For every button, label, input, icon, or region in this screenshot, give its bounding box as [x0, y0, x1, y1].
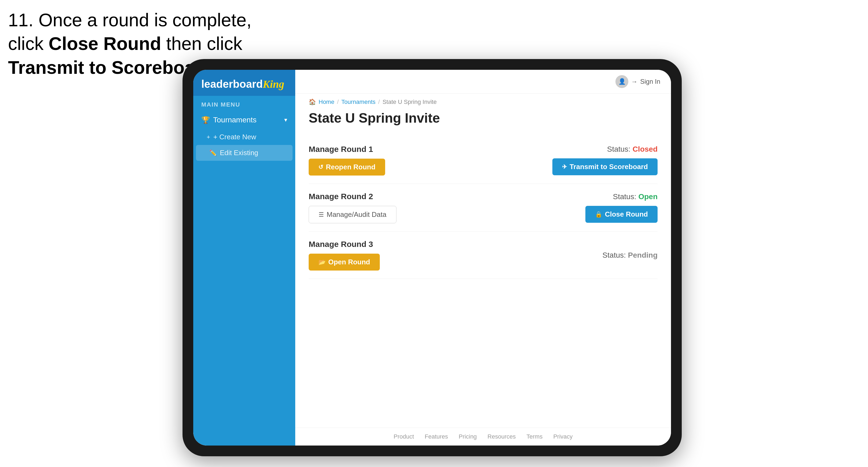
round-2-left: Manage Round 2 ☰ Manage/Audit Data [309, 192, 396, 223]
breadcrumb-sep2: / [378, 98, 380, 105]
round-2-status: Status: Open [613, 192, 658, 201]
footer: Product Features Pricing Resources Terms… [295, 428, 671, 445]
round-3-title: Manage Round 3 [309, 240, 380, 249]
audit-icon: ☰ [318, 211, 324, 218]
sign-in-label: → [631, 78, 638, 85]
footer-pricing[interactable]: Pricing [459, 433, 477, 440]
round-1-status-value: Closed [632, 145, 658, 153]
round-1-left: Manage Round 1 ↺ Reopen Round [309, 145, 385, 176]
transmit-icon: ✈ [562, 163, 567, 170]
transmit-label: Transmit to Scoreboard [569, 163, 648, 171]
trophy-icon: 🏆 [201, 116, 210, 124]
reopen-round-button[interactable]: ↺ Reopen Round [309, 159, 385, 176]
manage-audit-data-button[interactable]: ☰ Manage/Audit Data [309, 206, 396, 223]
open-round-button[interactable]: 📂 Open Round [309, 254, 380, 271]
sidebar-item-create-new[interactable]: + + Create New [193, 129, 295, 145]
logo-king: King [263, 78, 284, 90]
instruction-bold1: Close Round [49, 33, 161, 54]
sidebar-edit-label: Edit Existing [220, 149, 258, 157]
footer-terms[interactable]: Terms [527, 433, 543, 440]
instruction-line1: 11. Once a round is complete, [8, 10, 251, 30]
sidebar: leaderboardKing MAIN MENU 🏆 Tournaments … [193, 70, 295, 445]
round-3-right: Status: Pending [602, 251, 658, 259]
breadcrumb-tournaments[interactable]: Tournaments [341, 98, 375, 105]
breadcrumb-current: State U Spring Invite [382, 98, 437, 105]
edit-icon: ✏️ [209, 150, 217, 156]
round-2-status-value: Open [638, 192, 658, 201]
sidebar-item-tournaments[interactable]: 🏆 Tournaments ▾ [193, 111, 295, 129]
round-2-title: Manage Round 2 [309, 192, 396, 201]
footer-features[interactable]: Features [425, 433, 448, 440]
lock-icon: 🔒 [595, 211, 602, 218]
round-1-right: Status: Closed ✈ Transmit to Scoreboard [552, 145, 658, 175]
page-title: State U Spring Invite [295, 107, 671, 131]
top-bar: 👤 → Sign In [295, 70, 671, 94]
close-round-label: Close Round [605, 210, 648, 218]
reopen-icon: ↺ [318, 164, 323, 171]
sign-in-text: Sign In [640, 78, 660, 85]
round-3-left: Manage Round 3 📂 Open Round [309, 240, 380, 271]
plus-icon: + [207, 134, 210, 141]
main-menu-label: MAIN MENU [193, 96, 295, 111]
sidebar-tournaments-label: Tournaments [213, 116, 256, 124]
footer-privacy[interactable]: Privacy [553, 433, 572, 440]
breadcrumb-sep1: / [337, 98, 339, 105]
tablet-screen: leaderboardKing MAIN MENU 🏆 Tournaments … [193, 70, 671, 445]
round-1-title: Manage Round 1 [309, 145, 385, 154]
transmit-to-scoreboard-button[interactable]: ✈ Transmit to Scoreboard [552, 158, 658, 175]
breadcrumb-home[interactable]: Home [318, 98, 334, 105]
user-avatar: 👤 [615, 75, 628, 88]
logo: leaderboardKing [201, 78, 287, 90]
user-icon: 👤 [618, 78, 626, 85]
open-round-icon: 📂 [318, 259, 326, 266]
round-1-status: Status: Closed [607, 145, 658, 154]
footer-resources[interactable]: Resources [488, 433, 516, 440]
round-3-status: Status: Pending [602, 251, 658, 259]
chevron-down-icon: ▾ [284, 117, 287, 123]
round-2-section: Manage Round 2 ☰ Manage/Audit Data Statu… [309, 184, 658, 231]
reopen-round-label: Reopen Round [326, 163, 375, 171]
open-round-label: Open Round [328, 258, 370, 266]
sidebar-item-edit-existing[interactable]: ✏️ Edit Existing [196, 145, 292, 161]
content-area: Manage Round 1 ↺ Reopen Round Status: Cl… [295, 131, 671, 428]
logo-area: leaderboardKing [193, 70, 295, 96]
close-round-button[interactable]: 🔒 Close Round [585, 206, 658, 223]
round-2-right: Status: Open 🔒 Close Round [585, 192, 658, 223]
sidebar-create-label: + Create New [213, 133, 256, 141]
instruction-line2: click Close Round then click [8, 33, 242, 54]
main-content: 👤 → Sign In 🏠 Home / Tournaments / State… [295, 70, 671, 445]
breadcrumb: 🏠 Home / Tournaments / State U Spring In… [295, 94, 671, 107]
round-3-section: Manage Round 3 📂 Open Round Status: Pend… [309, 231, 658, 279]
tablet-frame: leaderboardKing MAIN MENU 🏆 Tournaments … [183, 59, 682, 456]
footer-product[interactable]: Product [394, 433, 414, 440]
manage-audit-label: Manage/Audit Data [327, 210, 386, 219]
home-icon: 🏠 [309, 98, 316, 105]
app-layout: leaderboardKing MAIN MENU 🏆 Tournaments … [193, 70, 671, 445]
round-3-status-value: Pending [628, 251, 658, 259]
round-1-section: Manage Round 1 ↺ Reopen Round Status: Cl… [309, 136, 658, 184]
sign-in-button[interactable]: 👤 → Sign In [615, 75, 660, 88]
